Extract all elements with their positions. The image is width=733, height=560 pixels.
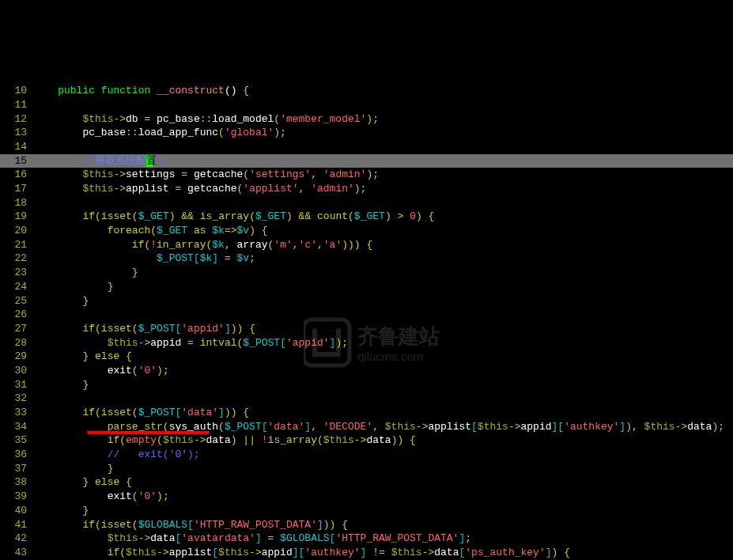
line-number: 12 [0,112,33,127]
code-content[interactable]: } [33,266,733,280]
code-line-29[interactable]: 29 } else { [0,350,733,364]
code-content[interactable]: if($this->applist[$this->appid]['authkey… [33,546,733,560]
code-line-24[interactable]: 24 } [0,280,733,294]
code-content[interactable]: if(empty($this->data) || !is_array($this… [33,433,733,448]
code-content[interactable]: if(isset($_GET) && is_array($_GET) && co… [33,210,733,224]
code-line-25[interactable]: 25 } [0,294,733,308]
line-number: 15 [0,154,33,168]
line-number: 35 [0,433,33,448]
code-content[interactable]: $this->appid = intval($_POST['appid']); [33,336,733,350]
code-line-35[interactable]: 35 if(empty($this->data) || !is_array($t… [0,433,733,448]
line-number: 31 [0,378,33,392]
code-content[interactable]: $this->data['avatardata'] = $GLOBALS['HT… [33,532,733,546]
line-number: 34 [0,420,33,434]
code-line-26[interactable]: 26 [0,308,733,322]
code-line-20[interactable]: 20 foreach($_GET as $k=>$v) { [0,224,733,238]
line-number: 22 [0,252,33,266]
line-number: 17 [0,182,33,196]
code-content[interactable]: public function __construct() { [33,84,733,98]
line-number: 20 [0,224,33,238]
code-content[interactable]: } [33,294,733,308]
code-line-14[interactable]: 14 [0,140,733,154]
code-line-27[interactable]: 27 if(isset($_POST['appid'])) { [0,322,733,336]
code-line-17[interactable]: 17 $this->applist = getcache('applist', … [0,182,733,196]
code-content[interactable]: } [33,378,733,392]
code-line-21[interactable]: 21 if(!in_array($k, array('m','c','a')))… [0,238,733,252]
code-content[interactable]: foreach($_GET as $k=>$v) { [33,224,733,238]
code-line-12[interactable]: 12 $this->db = pc_base::load_model('memb… [0,112,733,127]
code-line-40[interactable]: 40 } [0,504,733,518]
code-content[interactable]: } [33,462,733,476]
line-number: 41 [0,518,33,532]
code-line-43[interactable]: 43 if($this->applist[$this->appid]['auth… [0,546,733,560]
line-number: 23 [0,266,33,280]
code-line-32[interactable]: 32 [0,392,733,406]
code-line-15[interactable]: 15 /*获取系统配置*/ [0,154,733,168]
line-number: 42 [0,532,33,546]
code-line-38[interactable]: 38 } else { [0,475,733,490]
line-number: 27 [0,322,33,336]
line-number: 11 [0,98,33,112]
code-content[interactable]: $this->applist = getcache('applist', 'ad… [33,182,733,196]
code-content[interactable]: } [33,280,733,294]
code-content[interactable]: if(isset($_POST['appid'])) { [33,322,733,336]
code-content[interactable]: /*获取系统配置*/ [33,154,733,168]
line-number: 28 [0,336,33,350]
line-number: 38 [0,475,33,490]
code-content[interactable]: // exit('0'); [33,448,733,462]
code-editor[interactable]: 10 public function __construct() {1112 $… [0,56,733,560]
line-number: 43 [0,546,33,560]
code-content[interactable]: } else { [33,475,733,490]
line-number: 30 [0,364,33,378]
code-content[interactable]: $_POST[$k] = $v; [33,252,733,266]
code-line-28[interactable]: 28 $this->appid = intval($_POST['appid']… [0,336,733,350]
line-number: 24 [0,280,33,294]
code-content[interactable]: $this->settings = getcache('settings', '… [33,168,733,182]
code-line-31[interactable]: 31 } [0,378,733,392]
code-line-22[interactable]: 22 $_POST[$k] = $v; [0,252,733,266]
code-content[interactable]: exit('0'); [33,364,733,378]
code-line-42[interactable]: 42 $this->data['avatardata'] = $GLOBALS[… [0,532,733,546]
code-line-18[interactable]: 18 [0,196,733,210]
code-line-19[interactable]: 19 if(isset($_GET) && is_array($_GET) &&… [0,210,733,224]
line-number: 21 [0,238,33,252]
line-number: 14 [0,140,33,154]
code-content[interactable]: } [33,504,733,518]
code-content[interactable]: exit('0'); [33,490,733,504]
code-line-36[interactable]: 36 // exit('0'); [0,448,733,462]
code-line-37[interactable]: 37 } [0,462,733,476]
code-line-30[interactable]: 30 exit('0'); [0,364,733,378]
cursor: 置 [146,155,153,167]
line-number: 13 [0,126,33,140]
line-number: 26 [0,308,33,322]
code-line-33[interactable]: 33 if(isset($_POST['data'])) { [0,406,733,420]
code-content[interactable]: $this->db = pc_base::load_model('member_… [33,112,733,127]
code-content[interactable]: if(!in_array($k, array('m','c','a'))) { [33,238,733,252]
line-number: 40 [0,504,33,518]
code-line-16[interactable]: 16 $this->settings = getcache('settings'… [0,168,733,182]
code-content[interactable]: } else { [33,350,733,364]
line-number: 32 [0,392,33,406]
line-number: 19 [0,210,33,224]
code-line-23[interactable]: 23 } [0,266,733,280]
line-number: 37 [0,462,33,476]
code-line-13[interactable]: 13 pc_base::load_app_func('global'); [0,126,733,140]
line-number: 16 [0,168,33,182]
code-line-39[interactable]: 39 exit('0'); [0,490,733,504]
line-number: 33 [0,406,33,420]
code-content[interactable]: if(isset($GLOBALS['HTTP_RAW_POST_DATA'])… [33,518,733,532]
line-number: 39 [0,490,33,504]
line-number: 18 [0,196,33,210]
line-number: 29 [0,350,33,364]
line-number: 10 [0,84,33,98]
code-line-11[interactable]: 11 [0,98,733,112]
red-underline-annotation [87,431,210,434]
code-content[interactable]: if(isset($_POST['data'])) { [33,406,733,420]
code-content[interactable]: pc_base::load_app_func('global'); [33,126,733,140]
code-line-41[interactable]: 41 if(isset($GLOBALS['HTTP_RAW_POST_DATA… [0,518,733,532]
line-number: 36 [0,448,33,462]
code-line-10[interactable]: 10 public function __construct() { [0,84,733,98]
line-number: 25 [0,294,33,308]
